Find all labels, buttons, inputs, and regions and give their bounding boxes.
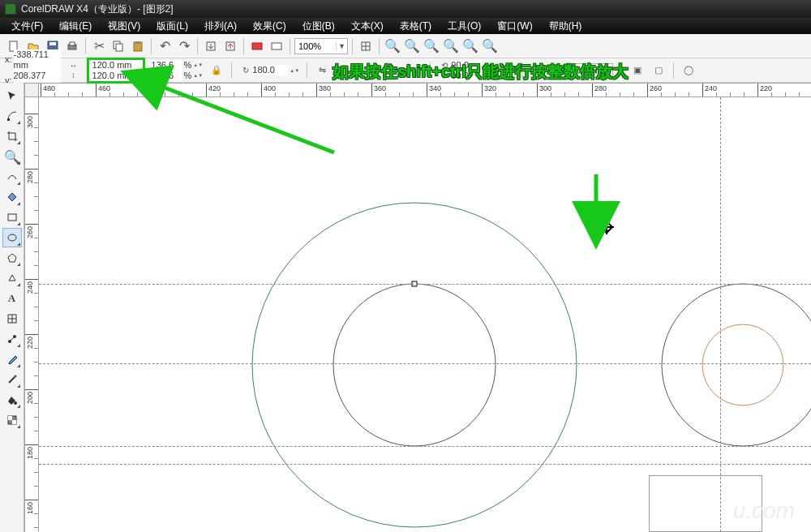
- zoom-dropdown-icon[interactable]: ▼: [336, 42, 347, 50]
- size-icons: ↔ ↕: [69, 61, 79, 80]
- spin-sy[interactable]: ▲▼: [193, 73, 201, 78]
- width-icon: ↔: [69, 61, 79, 71]
- app-title: CorelDRAW X4（专业版）- [图形2]: [21, 2, 174, 16]
- zoom-level-input[interactable]: ▼: [294, 38, 348, 54]
- guide-vertical[interactable]: [720, 97, 721, 532]
- svg-rect-11: [252, 43, 262, 49]
- menu-edit[interactable]: 编辑(E): [51, 19, 100, 33]
- crop-tool[interactable]: [2, 127, 22, 146]
- import-button[interactable]: [202, 37, 220, 55]
- svg-rect-23: [12, 420, 16, 424]
- app-launcher-button[interactable]: [248, 37, 266, 55]
- ruler-vertical[interactable]: 300280260240220200180160: [24, 97, 39, 532]
- fill-tool[interactable]: [2, 390, 22, 410]
- zoom-out-button[interactable]: 🔍: [403, 37, 421, 55]
- to-front-button[interactable]: ▣: [629, 62, 646, 79]
- menu-effect[interactable]: 效果(C): [245, 19, 294, 33]
- spin-sx[interactable]: ▲▼: [193, 62, 201, 67]
- menu-view[interactable]: 视图(V): [100, 19, 148, 33]
- percent-label: %: [184, 60, 192, 71]
- zoom-field[interactable]: [295, 41, 336, 51]
- menu-layout[interactable]: 版面(L): [148, 19, 196, 33]
- snap-button[interactable]: [357, 37, 375, 55]
- zoom-fit-button[interactable]: 🔍: [423, 37, 440, 55]
- rotate-icon: ↻: [241, 66, 251, 75]
- svg-rect-8: [135, 41, 140, 44]
- pos-x[interactable]: -338.711 mm: [14, 49, 61, 71]
- toolbox: 🔍 A: [0, 83, 24, 532]
- zoom-width-button[interactable]: 🔍: [461, 37, 479, 55]
- spin-rot[interactable]: ▲▼: [290, 68, 298, 73]
- lock-ratio-button[interactable]: 🔒: [208, 62, 225, 79]
- move-cursor-icon: [599, 220, 614, 234]
- svg-rect-22: [8, 416, 12, 420]
- zoom-sel-button[interactable]: 🔍: [481, 37, 499, 55]
- svg-rect-12: [272, 43, 281, 49]
- to-back-button[interactable]: ▢: [650, 62, 667, 79]
- menu-table[interactable]: 表格(T): [392, 19, 440, 33]
- polygon-tool[interactable]: [2, 248, 22, 268]
- basic-shapes-tool[interactable]: [2, 268, 22, 288]
- smart-fill-tool[interactable]: [2, 187, 22, 207]
- scale-y[interactable]: 136.6: [152, 71, 182, 81]
- scale-x[interactable]: 136.6: [152, 60, 182, 71]
- interactive-tool[interactable]: [2, 329, 22, 349]
- zoom-tool[interactable]: 🔍: [2, 147, 22, 166]
- svg-rect-15: [8, 214, 16, 221]
- zoom-in-button[interactable]: 🔍: [384, 37, 401, 55]
- eyedropper-tool[interactable]: [2, 350, 22, 369]
- menu-window[interactable]: 窗口(W): [489, 19, 540, 33]
- ellipse-tool[interactable]: [2, 228, 22, 247]
- menu-arrange[interactable]: 排列(A): [196, 19, 245, 33]
- svg-rect-2: [49, 42, 56, 45]
- guide-horizontal[interactable]: [39, 363, 811, 364]
- menu-text[interactable]: 文本(X): [343, 19, 392, 33]
- rotation[interactable]: 180.0: [252, 65, 288, 75]
- pick-tool[interactable]: [2, 86, 22, 105]
- freehand-tool[interactable]: [2, 167, 22, 187]
- ellipse-object[interactable]: [252, 203, 577, 527]
- ellipse-object[interactable]: [333, 284, 496, 446]
- x-label: x:: [5, 54, 12, 65]
- percent-label: %: [184, 71, 192, 81]
- paste-button[interactable]: [129, 37, 147, 55]
- welcome-button[interactable]: [268, 37, 285, 55]
- export-button[interactable]: [221, 37, 239, 55]
- obj-width[interactable]: 120.0 mm: [92, 60, 139, 71]
- title-bar: CorelDRAW X4（专业版）- [图形2]: [0, 0, 811, 18]
- ellipse-object[interactable]: [702, 324, 783, 405]
- text-tool[interactable]: A: [2, 289, 22, 308]
- interactive-fill-tool[interactable]: [2, 410, 22, 430]
- undo-button[interactable]: ↶: [156, 37, 174, 55]
- drawing-canvas[interactable]: u.com: [39, 97, 811, 532]
- menu-file[interactable]: 文件(F): [3, 19, 51, 33]
- outline-tool[interactable]: [2, 370, 22, 389]
- redo-button[interactable]: ↷: [175, 37, 193, 55]
- menu-bitmap[interactable]: 位图(B): [294, 19, 343, 33]
- svg-rect-6: [116, 44, 122, 51]
- obj-height[interactable]: 120.0 mm: [92, 71, 139, 81]
- navigator-panel[interactable]: [649, 475, 762, 532]
- guide-horizontal[interactable]: [39, 464, 811, 465]
- ruler-origin[interactable]: [24, 83, 39, 97]
- svg-point-16: [8, 234, 16, 241]
- height-icon: ↕: [69, 71, 79, 80]
- shape-tool[interactable]: [2, 106, 22, 126]
- mirror-h-button[interactable]: ⇋: [313, 62, 331, 79]
- menu-tools[interactable]: 工具(O): [440, 19, 489, 33]
- menu-help[interactable]: 帮助(H): [541, 19, 590, 33]
- ruler-horizontal[interactable]: 4804604404204003803603403203002802602402…: [24, 83, 811, 97]
- convert-curves-button[interactable]: ◯: [680, 62, 697, 79]
- copy-button[interactable]: [109, 37, 127, 55]
- svg-rect-14: [7, 118, 10, 121]
- guide-horizontal[interactable]: [39, 446, 811, 447]
- app-icon: [5, 3, 16, 15]
- guide-horizontal[interactable]: [39, 284, 811, 285]
- rectangle-tool[interactable]: [2, 208, 22, 227]
- ellipse-object[interactable]: [662, 284, 811, 446]
- menu-bar: 文件(F) 编辑(E) 视图(V) 版面(L) 排列(A) 效果(C) 位图(B…: [0, 18, 811, 34]
- cut-button[interactable]: ✂: [90, 37, 108, 55]
- table-tool[interactable]: [2, 309, 22, 328]
- print-button[interactable]: [63, 37, 81, 55]
- zoom-page-button[interactable]: 🔍: [442, 37, 460, 55]
